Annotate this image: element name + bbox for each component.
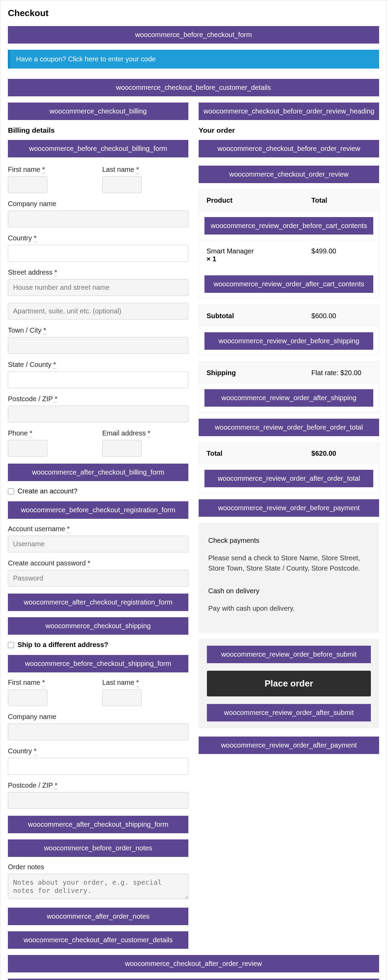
hook-before-checkout-form: woocommerce_before_checkout_form	[8, 26, 379, 43]
page-title: Checkout	[8, 8, 379, 19]
hook-before-payment: woocommerce_review_order_before_payment	[199, 499, 379, 517]
hook-after-billing-form: woocommerce_after_checkout_billing_form	[8, 464, 188, 481]
shipping-first-name-input[interactable]	[8, 689, 47, 706]
shipping-postcode-input[interactable]	[8, 792, 188, 809]
hook-after-submit: woocommerce_review_order_after_submit	[207, 704, 371, 721]
billing-phone-label: Phone *	[8, 429, 94, 437]
subtotal-label: Subtotal	[199, 305, 304, 327]
hook-before-registration-form: woocommerce_before_checkout_registration…	[8, 501, 188, 519]
account-password-label: Create account password *	[8, 559, 188, 567]
order-before-total-box: woocommerce_review_order_before_order_to…	[199, 419, 379, 436]
shipping-company-input[interactable]	[8, 724, 188, 740]
shipping-label: Shipping	[199, 362, 304, 384]
shipping-country-input[interactable]	[8, 758, 188, 775]
hook-after-payment: woocommerce_review_order_after_payment	[199, 737, 379, 754]
hook-after-order-review: woocommerce_checkout_after_order_review	[8, 955, 379, 972]
account-username-input[interactable]	[8, 536, 188, 552]
hook-before-order-total: woocommerce_review_order_before_order_to…	[199, 419, 379, 436]
payment-methods-box: Check payments Please send a check to St…	[199, 523, 379, 633]
billing-town-input[interactable]	[8, 337, 188, 354]
billing-email-label: Email address *	[102, 429, 188, 437]
hook-before-shipping-form: woocommerce_before_checkout_shipping_for…	[8, 655, 188, 673]
coupon-notice[interactable]: Have a coupon? Click here to enter your …	[8, 50, 379, 68]
create-account-checkbox[interactable]	[8, 488, 14, 495]
order-notes-input[interactable]	[8, 874, 188, 899]
checkout-container: Checkout woocommerce_before_checkout_for…	[0, 0, 387, 980]
hook-before-billing-form: woocommerce_before_checkout_billing_form	[8, 140, 188, 158]
order-total-box: Total $620.00 woocommerce_review_order_a…	[199, 442, 379, 493]
hook-after-cart-contents: woocommerce_review_order_after_cart_cont…	[204, 275, 373, 293]
billing-company-input[interactable]	[8, 210, 188, 228]
billing-state-label: State / County *	[8, 361, 188, 369]
hook-checkout-shipping: woocommerce_checkout_shipping	[8, 617, 188, 635]
billing-last-name-input[interactable]	[102, 176, 142, 193]
billing-street1-input[interactable]	[8, 279, 188, 296]
billing-first-name-input[interactable]	[8, 176, 47, 193]
order-product-header: Product	[199, 189, 304, 211]
hook-before-order-review-heading: woocommerce_checkout_before_order_review…	[199, 102, 379, 120]
cart-item-name: Smart Manager × 1	[199, 240, 304, 270]
total-label: Total	[199, 443, 304, 464]
shipping-last-name-input[interactable]	[102, 689, 142, 706]
billing-heading: Billing details	[8, 126, 188, 134]
payment-cod-title[interactable]: Cash on delivery	[199, 583, 379, 599]
billing-country-input[interactable]	[8, 245, 188, 262]
hook-after-order-notes: woocommerce_after_order_notes	[8, 908, 188, 925]
order-subtotal-box: Subtotal $600.00 woocommerce_review_orde…	[199, 305, 379, 356]
payment-check-title[interactable]: Check payments	[199, 533, 379, 549]
billing-last-name-label: Last name *	[102, 165, 188, 173]
shipping-company-label: Company name	[8, 713, 188, 721]
create-account-label: Create an account?	[18, 487, 78, 495]
billing-postcode-input[interactable]	[8, 406, 188, 422]
billing-first-name-label: First name *	[8, 165, 94, 173]
ship-different-checkbox[interactable]	[8, 642, 14, 648]
order-heading: Your order	[199, 126, 379, 134]
cart-item-price: $499.00	[304, 240, 379, 270]
hook-checkout-billing: woocommerce_checkout_billing	[8, 102, 188, 120]
order-review-column: woocommerce_checkout_before_order_review…	[199, 102, 379, 760]
shipping-last-name-label: Last name *	[102, 679, 188, 686]
order-total-header: Total	[304, 189, 379, 211]
hook-before-customer-details: woocommerce_checkout_before_customer_det…	[8, 79, 379, 96]
hook-checkout-order-review: woocommerce_checkout_order_review	[199, 165, 379, 183]
shipping-country-label: Country *	[8, 747, 188, 755]
hook-after-order-total: woocommerce_review_order_after_order_tot…	[204, 470, 373, 487]
hook-before-submit: woocommerce_review_order_before_submit	[207, 646, 371, 663]
customer-details-column: woocommerce_checkout_billing Billing det…	[8, 102, 188, 955]
hook-after-registration-form: woocommerce_after_checkout_registration_…	[8, 593, 188, 611]
hook-before-shipping-review: woocommerce_review_order_before_shipping	[204, 332, 373, 350]
hook-before-cart-contents: woocommerce_review_order_before_cart_con…	[204, 217, 373, 235]
hook-after-customer-details: woocommerce_checkout_after_customer_deta…	[8, 931, 188, 949]
order-shipping-box: Shipping Flat rate: $20.00 woocommerce_r…	[199, 362, 379, 412]
billing-street-label: Street address *	[8, 269, 188, 276]
account-password-input[interactable]	[8, 570, 188, 587]
shipping-postcode-label: Postcode / ZIP *	[8, 781, 188, 789]
billing-company-label: Company name	[8, 200, 188, 208]
hook-before-order-review: woocommerce_checkout_before_order_review	[199, 140, 379, 158]
hook-after-shipping-form: woocommerce_after_checkout_shipping_form	[8, 816, 188, 833]
billing-country-label: Country *	[8, 234, 188, 242]
hook-after-shipping-review: woocommerce_review_order_after_shipping	[204, 389, 373, 407]
ship-different-label: Ship to a different address?	[18, 641, 108, 649]
payment-cod-desc: Pay with cash upon delivery.	[199, 599, 379, 623]
billing-postcode-label: Postcode / ZIP *	[8, 395, 188, 403]
payment-check-desc: Please send a check to Store Name, Store…	[199, 549, 379, 583]
hook-after-checkout-form: woocommerce_after_checkout_form	[8, 978, 379, 980]
billing-state-input[interactable]	[8, 371, 188, 388]
place-order-button[interactable]: Place order	[207, 671, 371, 697]
shipping-first-name-label: First name *	[8, 679, 94, 686]
shipping-value: Flat rate: $20.00	[304, 362, 379, 384]
subtotal-value: $600.00	[304, 305, 379, 327]
account-username-label: Account username *	[8, 525, 188, 533]
hook-before-order-notes: woocommerce_before_order_notes	[8, 839, 188, 857]
billing-phone-input[interactable]	[8, 440, 47, 457]
order-notes-label: Order notes	[8, 863, 188, 871]
billing-town-label: Town / City *	[8, 326, 188, 334]
order-product-box: Product Total woocommerce_review_order_b…	[199, 189, 379, 299]
place-order-box: woocommerce_review_order_before_submit P…	[199, 639, 379, 728]
billing-street2-input[interactable]	[8, 303, 188, 320]
total-value: $620.00	[304, 443, 379, 464]
billing-email-input[interactable]	[102, 440, 142, 457]
